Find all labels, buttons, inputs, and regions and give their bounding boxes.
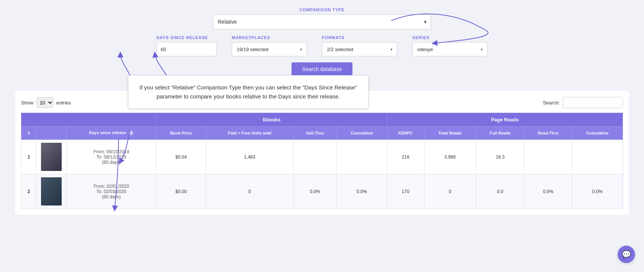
filter-section: COMPARISON TYPE Relative Absolute DAYS S… — [15, 8, 629, 83]
row2-days-count: (60 days) — [70, 194, 153, 199]
days-since-release-input[interactable] — [156, 42, 217, 56]
comparison-type-select[interactable]: Relative Absolute — [213, 14, 431, 29]
entries-select[interactable]: 10 25 50 — [36, 97, 53, 108]
chat-button[interactable]: 💬 — [618, 246, 635, 263]
search-database-button[interactable]: Search database — [292, 62, 352, 76]
col-days-since-release: Days since release ℹ — [67, 127, 156, 140]
series-chevron-icon: ▾ — [481, 47, 483, 51]
table-row: 1 From: 09/10/2019 To: 08/12/2019 (60 da… — [21, 140, 623, 174]
row1-paid-free-units: 1,483 — [206, 140, 293, 174]
search-label: Search: — [543, 100, 560, 106]
table-section: Show 10 25 50 entries Search: Ebooks Pag… — [15, 91, 629, 215]
row2-book-price: $0.00 — [156, 174, 206, 209]
marketplaces-select-btn[interactable]: 19/19 selected ▾ — [232, 42, 307, 56]
row2-date-to: To: 02/03/2020 — [70, 189, 153, 194]
row2-full-reads: 0.0 — [476, 174, 524, 209]
row2-date-from: From: 02/01/2020 — [70, 184, 153, 189]
table-search-right: Search: — [543, 97, 623, 108]
formats-value: 2/2 selected — [327, 47, 353, 52]
col-sell-thru: Sell-Thru — [293, 127, 336, 140]
row1-kenpc: 218 — [387, 140, 424, 174]
col-paid-free-units: Paid + Free Units sold — [206, 127, 293, 140]
formats-chevron-icon: ▾ — [390, 47, 392, 51]
row1-cumulative-reads — [572, 140, 623, 174]
row1-cumulative-ebooks — [336, 140, 387, 174]
marketplaces-chevron-icon: ▾ — [300, 47, 302, 51]
tooltip-text: If you select "Relative" Comparison Type… — [140, 84, 357, 100]
data-table: Ebooks Page Reads # Days since release ℹ… — [21, 113, 623, 209]
show-label: Show — [21, 100, 33, 106]
col-full-reads: Full Reads — [476, 127, 524, 140]
page-reads-group-header: Page Reads — [387, 113, 623, 127]
row2-read-thru: 0.0% — [524, 174, 572, 209]
table-search-input[interactable] — [563, 97, 623, 108]
filters-row: DAYS SINCE RELEASE MARKETPLACES 19/19 se… — [156, 35, 488, 56]
page-wrapper: COMPARISON TYPE Relative Absolute DAYS S… — [0, 0, 644, 272]
tooltip-box: If you select "Relative" Comparison Type… — [128, 75, 369, 109]
col-cumulative-reads: Cumulative — [572, 127, 623, 140]
row1-total-reads: 3,986 — [424, 140, 476, 174]
chat-icon: 💬 — [622, 250, 631, 259]
col-num: # — [21, 127, 36, 140]
marketplaces-value: 19/19 selected — [237, 47, 269, 52]
col-cover — [36, 127, 67, 140]
col-total-reads: Total Reads — [424, 127, 476, 140]
row1-num: 1 — [21, 140, 36, 174]
formats-label: FORMATS — [322, 35, 345, 40]
series-select-btn[interactable]: odesye ▾ — [412, 42, 488, 56]
row2-num: 2 — [21, 174, 36, 209]
show-entries: Show 10 25 50 entries — [21, 97, 71, 108]
entries-label: entries — [56, 100, 71, 106]
row1-read-thru — [524, 140, 572, 174]
marketplaces-label: MARKETPLACES — [232, 35, 270, 40]
comparison-type-label: COMPARISON TYPE — [299, 8, 345, 12]
marketplaces-group: MARKETPLACES 19/19 selected ▾ — [232, 35, 307, 56]
row1-full-reads: 18.3 — [476, 140, 524, 174]
row1-days-count: (60 days) — [70, 160, 153, 165]
row2-cover — [36, 174, 67, 209]
col-book-price: Book Price — [156, 127, 206, 140]
row2-sell-thru: 0.0% — [293, 174, 336, 209]
col-cumulative-ebooks: Cumulative — [336, 127, 387, 140]
search-btn-row: Search database — [292, 62, 352, 76]
col-kenpc: KENPC — [387, 127, 424, 140]
series-group: SERIES odesye ▾ — [412, 35, 488, 56]
col-read-thru: Read-Thru — [524, 127, 572, 140]
row2-days: From: 02/01/2020 To: 02/03/2020 (60 days… — [67, 174, 156, 209]
row1-date-to: To: 08/12/2019 — [70, 154, 153, 160]
ebooks-group-header: Ebooks — [156, 113, 387, 127]
table-row: 2 From: 02/01/2020 To: 02/03/2020 (60 da… — [21, 174, 623, 209]
days-info-icon[interactable]: ℹ — [128, 130, 134, 136]
row1-cover — [36, 140, 67, 174]
days-label: DAYS SINCE RELEASE — [156, 35, 208, 40]
row2-total-reads: 0 — [424, 174, 476, 209]
book-cover-icon — [41, 177, 62, 206]
formats-group: FORMATS 2/2 selected ▾ — [322, 35, 397, 56]
series-value: odesye — [417, 47, 433, 52]
row1-days: From: 09/10/2019 To: 08/12/2019 (60 days… — [67, 140, 156, 174]
series-label: SERIES — [412, 35, 430, 40]
row2-kenpc: 170 — [387, 174, 424, 209]
row1-book-price: $0.04 — [156, 140, 206, 174]
row1-date-from: From: 09/10/2019 — [70, 149, 153, 154]
row1-sell-thru — [293, 140, 336, 174]
book-cover-icon — [41, 143, 62, 171]
formats-select-btn[interactable]: 2/2 selected ▾ — [322, 42, 397, 56]
row2-cumulative-ebooks: 0.0% — [336, 174, 387, 209]
row2-paid-free-units: 0 — [206, 174, 293, 209]
comparison-type-wrapper: Relative Absolute — [213, 14, 431, 29]
days-since-release-group: DAYS SINCE RELEASE — [156, 35, 217, 56]
row2-cumulative-reads: 0.0% — [572, 174, 623, 209]
